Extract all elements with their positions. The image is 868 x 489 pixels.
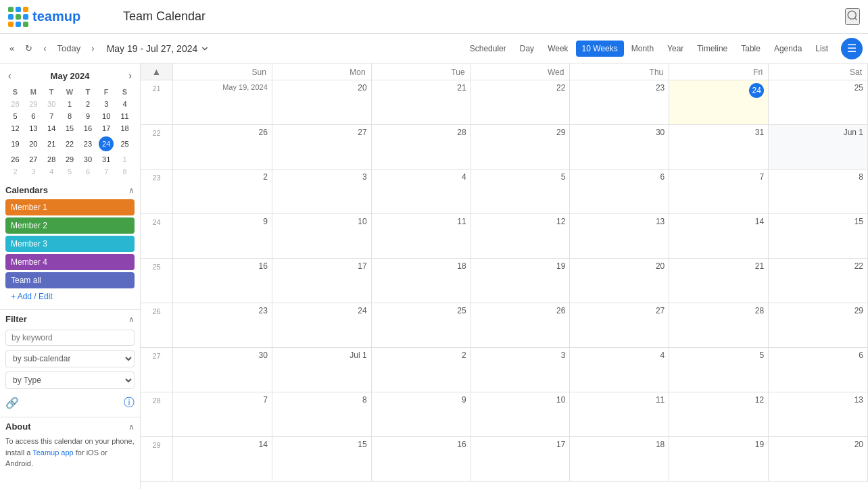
mini-cal-day[interactable]: 29 [25,99,42,109]
mini-cal-day[interactable]: 3 [25,166,42,177]
week-number[interactable]: 21 [141,80,173,124]
cal-day-cell[interactable]: 4 [372,170,471,213]
keyword-filter-input[interactable] [5,330,135,346]
cal-day-cell[interactable]: 22 [471,80,571,124]
cal-day-cell[interactable]: 21 [372,80,471,124]
nav-double-prev[interactable]: « [5,41,18,56]
cal-day-cell[interactable]: 11 [570,392,669,436]
add-edit-link[interactable]: + Add / Edit [5,290,135,305]
mini-cal-day[interactable]: 1 [116,154,133,165]
cal-day-cell[interactable]: 23 [173,303,272,347]
cal-day-cell[interactable]: 12 [471,214,571,258]
cal-day-cell[interactable]: 13 [570,214,669,258]
week-number[interactable]: 25 [141,259,173,303]
filter-header[interactable]: Filter ∧ [5,314,135,324]
mini-cal-day[interactable]: 7 [43,111,60,122]
cal-day-cell[interactable]: 7 [669,170,769,213]
mini-cal-day[interactable]: 1 [62,99,78,109]
cal-day-cell[interactable]: 26 [471,303,571,347]
cal-day-cell[interactable]: 28 [372,125,471,169]
cal-day-cell[interactable]: 19 [669,437,769,481]
cal-day-cell[interactable]: 13 [769,392,868,436]
cal-day-cell[interactable]: 14 [173,437,272,481]
calendar-item-member-2[interactable]: Member 2 [5,217,135,234]
mini-cal-day[interactable]: 17 [97,123,115,134]
view-tab-day[interactable]: Day [514,41,540,57]
cal-day-cell[interactable]: 7 [173,392,272,436]
view-tab-timeline[interactable]: Timeline [691,41,733,57]
about-header[interactable]: About ∧ [5,421,135,432]
cal-day-cell[interactable]: 19 [471,259,571,303]
cal-day-cell[interactable]: 17 [272,259,372,303]
mini-cal-day[interactable]: 26 [7,154,24,165]
mini-cal-day[interactable]: 11 [116,111,133,122]
mini-cal-day[interactable]: 28 [7,99,24,109]
week-number[interactable]: 26 [141,303,173,347]
mini-cal-day[interactable]: 21 [43,135,60,153]
subcal-filter-select[interactable]: by sub-calendar [5,350,135,367]
mini-cal-day[interactable]: 6 [80,166,97,177]
cal-day-cell[interactable]: 18 [570,437,669,481]
cal-day-cell[interactable]: 26 [173,125,272,169]
week-number[interactable]: 27 [141,348,173,392]
nav-prev[interactable]: ‹ [39,41,50,56]
cal-day-cell[interactable]: 5 [471,170,571,213]
view-tab-table[interactable]: Table [735,41,767,57]
cal-day-cell[interactable]: 27 [570,303,669,347]
search-button[interactable] [845,8,860,25]
cal-day-cell[interactable]: 30 [570,125,669,169]
cal-day-cell[interactable]: Jun 1 [769,125,868,169]
mini-cal-day[interactable]: 24 [97,135,115,153]
mini-cal-day[interactable]: 23 [80,135,97,153]
week-sort-button[interactable]: ▲ [141,63,173,80]
mini-cal-next[interactable]: › [126,69,135,82]
mini-cal-day[interactable]: 16 [80,123,97,134]
mini-cal-day[interactable]: 3 [97,99,115,109]
cal-day-cell[interactable]: 6 [570,170,669,213]
view-tab-year[interactable]: Year [661,41,690,57]
mini-cal-day[interactable]: 30 [80,154,97,165]
nav-next[interactable]: › [87,41,98,56]
mini-cal-day[interactable]: 27 [25,154,42,165]
mini-cal-day[interactable]: 8 [62,111,78,122]
mini-cal-day[interactable]: 30 [43,99,60,109]
nav-refresh[interactable]: ↻ [21,41,37,56]
cal-day-cell[interactable]: 31 [669,125,769,169]
mini-cal-day[interactable]: 18 [116,123,133,134]
cal-day-cell[interactable]: 11 [372,214,471,258]
cal-day-cell[interactable]: 6 [769,348,868,392]
cal-day-cell[interactable]: 16 [173,259,272,303]
mini-cal-day[interactable]: 25 [116,135,133,153]
hamburger-menu-button[interactable]: ☰ [841,38,863,59]
calendars-section-header[interactable]: Calendars ∧ [5,185,135,195]
calendar-item-member-4[interactable]: Member 4 [5,254,135,270]
cal-day-cell[interactable]: 20 [272,80,372,124]
cal-day-cell[interactable]: 27 [272,125,372,169]
cal-day-cell[interactable]: 21 [669,259,769,303]
mini-cal-day[interactable]: 28 [43,154,60,165]
mini-cal-day[interactable]: 31 [97,154,115,165]
cal-day-cell[interactable]: 15 [272,437,372,481]
mini-cal-prev[interactable]: ‹ [5,69,14,82]
mini-cal-day[interactable]: 6 [25,111,42,122]
cal-day-cell[interactable]: 14 [669,214,769,258]
mini-cal-day[interactable]: 8 [116,166,133,177]
cal-day-cell[interactable]: 8 [769,170,868,213]
mini-cal-day[interactable]: 13 [25,123,42,134]
mini-cal-day[interactable]: 7 [97,166,115,177]
cal-day-cell[interactable]: 15 [769,214,868,258]
mini-cal-day[interactable]: 4 [116,99,133,109]
cal-day-cell[interactable]: 18 [372,259,471,303]
view-tab-10-weeks[interactable]: 10 Weeks [576,41,624,57]
mini-cal-day[interactable]: 19 [7,135,24,153]
cal-day-cell[interactable]: 22 [769,259,868,303]
cal-day-cell[interactable]: 25 [372,303,471,347]
cal-day-cell[interactable]: 9 [372,392,471,436]
week-number[interactable]: 24 [141,214,173,258]
mini-cal-day[interactable]: 20 [25,135,42,153]
cal-day-cell[interactable]: 25 [769,80,868,124]
type-filter-select[interactable]: by Type [5,371,135,389]
mini-cal-day[interactable]: 5 [62,166,78,177]
cal-day-cell[interactable]: 10 [272,214,372,258]
mini-cal-day[interactable]: 9 [80,111,97,122]
